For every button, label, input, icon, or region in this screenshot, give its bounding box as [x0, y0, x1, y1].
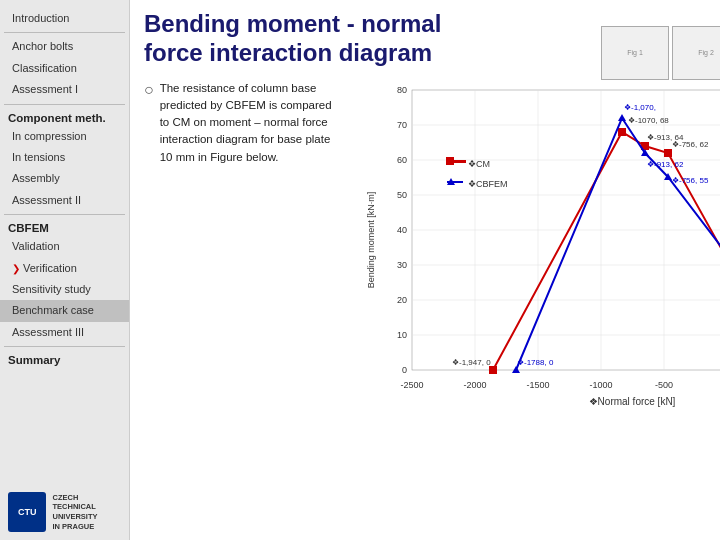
- intro-text: The resistance of column base predicted …: [160, 80, 344, 166]
- chart-area: Fig 1 Fig 2 Fig 3 Fig 4: [352, 76, 720, 530]
- divider-3: [4, 214, 125, 215]
- svg-text:❖-913, 62: ❖-913, 62: [647, 160, 684, 169]
- sidebar-item-assembly[interactable]: Assembly: [0, 168, 129, 189]
- svg-text:30: 30: [397, 260, 407, 270]
- svg-text:70: 70: [397, 120, 407, 130]
- svg-rect-32: [489, 366, 497, 374]
- intro-text-area: ○ The resistance of column base predicte…: [144, 76, 344, 530]
- divider-1: [4, 32, 125, 33]
- sidebar-section-component-meth: Component meth.: [0, 108, 129, 126]
- svg-text:-2000: -2000: [463, 380, 486, 390]
- bullet-dot: ○: [144, 80, 154, 99]
- image-1: Fig 1: [601, 26, 669, 80]
- svg-text:20: 20: [397, 295, 407, 305]
- svg-text:❖-1,947, 0: ❖-1,947, 0: [452, 358, 491, 367]
- svg-text:-500: -500: [655, 380, 673, 390]
- svg-rect-55: [446, 157, 454, 165]
- divider-2: [4, 104, 125, 105]
- svg-text:❖-1788, 0: ❖-1788, 0: [517, 358, 554, 367]
- svg-text:❖-756, 62: ❖-756, 62: [672, 140, 709, 149]
- svg-text:❖-1,070,: ❖-1,070,: [624, 103, 656, 112]
- svg-text:❖CBFEM: ❖CBFEM: [468, 179, 508, 189]
- svg-text:❖-756, 55: ❖-756, 55: [672, 176, 709, 185]
- sidebar-item-anchor-bolts[interactable]: Anchor bolts: [0, 36, 129, 57]
- sidebar-item-assessment-i[interactable]: Assessment I: [0, 79, 129, 100]
- sidebar-section-cbfem: CBFEM: [0, 218, 129, 236]
- sidebar-section-summary: Summary: [0, 350, 129, 368]
- svg-text:80: 80: [397, 85, 407, 95]
- svg-text:-2500: -2500: [400, 380, 423, 390]
- svg-text:50: 50: [397, 190, 407, 200]
- sidebar-item-validation[interactable]: Validation: [0, 236, 129, 257]
- sidebar-item-in-compression[interactable]: In compression: [0, 126, 129, 147]
- top-images-area: Fig 1 Fig 2 Fig 3 Fig 4: [601, 26, 720, 80]
- divider-4: [4, 346, 125, 347]
- intro-bullet: ○ The resistance of column base predicte…: [144, 80, 344, 166]
- svg-rect-35: [664, 149, 672, 157]
- image-2: Fig 2: [672, 26, 720, 80]
- ctu-logo: CTU: [8, 492, 46, 532]
- svg-text:❖CM: ❖CM: [468, 159, 490, 169]
- svg-text:40: 40: [397, 225, 407, 235]
- sidebar-item-benchmark-case[interactable]: Benchmark case: [0, 300, 129, 321]
- bending-moment-chart: 0 10 20 30 40 50 60 70 80 -2500 -2000 -1…: [362, 80, 720, 420]
- sidebar-item-introduction[interactable]: Introduction: [0, 8, 129, 29]
- svg-text:❖Normal force [kN]: ❖Normal force [kN]: [589, 396, 676, 407]
- svg-text:❖-1070, 68: ❖-1070, 68: [628, 116, 669, 125]
- sidebar-item-classification[interactable]: Classification: [0, 58, 129, 79]
- svg-text:-1000: -1000: [589, 380, 612, 390]
- main-content: Bending moment - normalforce interaction…: [130, 0, 720, 540]
- svg-text:10: 10: [397, 330, 407, 340]
- sidebar-item-assessment-iii[interactable]: Assessment III: [0, 322, 129, 343]
- svg-text:-1500: -1500: [526, 380, 549, 390]
- logo-area: CTU CZECH TECHNICAL UNIVERSITY IN PRAGUE: [0, 484, 129, 540]
- sidebar-item-verification[interactable]: Verification: [0, 258, 129, 279]
- svg-rect-33: [618, 128, 626, 136]
- sidebar-item-in-tensions[interactable]: In tensions: [0, 147, 129, 168]
- svg-text:Bending moment [kN·m]: Bending moment [kN·m]: [366, 191, 376, 288]
- sidebar-item-sensitivity-study[interactable]: Sensitivity study: [0, 279, 129, 300]
- svg-text:60: 60: [397, 155, 407, 165]
- svg-text:0: 0: [402, 365, 407, 375]
- content-area: ○ The resistance of column base predicte…: [144, 76, 706, 530]
- university-name: CZECH TECHNICAL UNIVERSITY IN PRAGUE: [52, 493, 121, 532]
- sidebar: Introduction Anchor bolts Classification…: [0, 0, 130, 540]
- sidebar-item-assessment-ii[interactable]: Assessment II: [0, 190, 129, 211]
